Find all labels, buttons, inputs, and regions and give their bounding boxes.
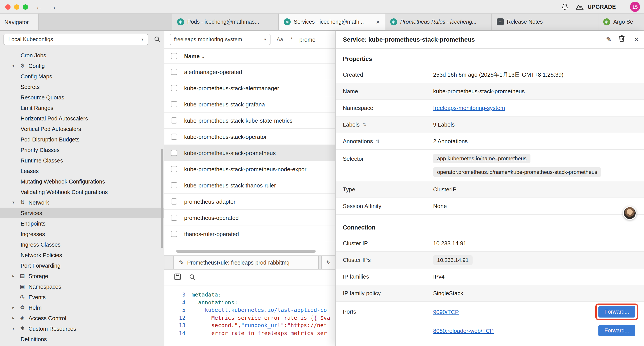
search-icon[interactable] [154,36,160,44]
chevron-right-icon[interactable]: ▸ [10,316,16,320]
window-zoom-button[interactable] [23,4,28,10]
sidebar-item-runtime-classes[interactable]: Runtime Classes [0,155,164,166]
sidebar-item-storage[interactable]: ▸▤Storage [0,271,164,281]
sidebar-item-pod-disruption-budgets[interactable]: Pod Disruption Budgets [0,134,164,145]
name-column-header[interactable]: Name ▴ [184,53,204,59]
table-row[interactable]: kube-prometheus-stack-prometheus-node-ex… [164,161,335,177]
search-field[interactable]: Aa .* prome [274,34,316,45]
sidebar-item-events[interactable]: ◷Events [0,292,164,302]
edit-icon[interactable]: ✎ [606,35,612,43]
tab-prometheus-rules-icecheng[interactable]: ☸Prometheus Rules - icecheng... [385,13,492,30]
search-icon[interactable] [189,274,196,282]
tab-release-notes[interactable]: ≡Release Notes [492,13,598,30]
match-case-toggle[interactable]: Aa [274,35,286,43]
expand-toggle-icon[interactable]: ⇅ [363,122,366,127]
row-checkbox[interactable] [171,150,177,156]
forward-button[interactable]: Forward... [598,306,635,318]
tab-services-icecheng-math[interactable]: ☸Services - icecheng@math...× [279,13,385,30]
sidebar-item-port-forwarding[interactable]: Port Forwarding [0,260,164,271]
trash-icon[interactable] [618,35,625,44]
row-checkbox[interactable] [171,85,177,91]
row-checkbox[interactable] [171,101,177,107]
sidebar-scrollbar[interactable] [161,149,163,248]
row-checkbox[interactable] [171,166,177,172]
sidebar-item-limit-ranges[interactable]: Limit Ranges [0,102,164,113]
navigator-sidebar: Local Kubeconfigs ▾ Cron Jobs▾⚙ConfigCon… [0,31,164,346]
sidebar-item-priority-classes[interactable]: Priority Classes [0,145,164,155]
sidebar-item-ingress-classes[interactable]: Ingress Classes [0,239,164,250]
row-checkbox[interactable] [171,182,177,188]
forward-button[interactable]: Forward... [598,325,635,336]
regex-toggle[interactable]: .* [286,35,295,43]
expand-toggle-icon[interactable]: ⇅ [376,139,380,144]
sidebar-item-endpoints[interactable]: Endpoints [0,218,164,229]
window-minimize-button[interactable] [14,4,19,10]
sidebar-item-services[interactable]: Services [0,208,164,218]
chevron-down-icon[interactable]: ▾ [10,326,16,331]
chevron-right-icon[interactable]: ▸ [10,305,16,310]
bell-icon[interactable] [561,3,568,12]
select-all-checkbox[interactable] [171,53,177,59]
sidebar-item-label: Leases [20,168,39,174]
chevron-down-icon[interactable]: ▾ [10,200,16,205]
notification-badge[interactable]: 15 [630,2,640,12]
sidebar-item-ingresses[interactable]: Ingresses [0,229,164,239]
window-close-button[interactable] [5,4,10,10]
close-icon[interactable]: × [634,35,639,43]
search-input-value[interactable]: prome [299,36,316,43]
sidebar-item-cron-jobs[interactable]: Cron Jobs [0,50,164,60]
sidebar-item-access-control[interactable]: ▸◈Access Control [0,313,164,323]
table-row[interactable]: kube-prometheus-stack-grafana [164,96,335,113]
sidebar-item-secrets[interactable]: Secrets [0,81,164,92]
upgrade-button[interactable]: UPGRADE [576,3,616,10]
sidebar-item-definitions[interactable]: Definitions [0,334,164,344]
tab-pods-icecheng-mathmas[interactable]: ☸Pods - icecheng@mathmas... [172,13,279,30]
port-link-8080-reloader-web[interactable]: 8080:reloader-web/TCP [433,327,494,334]
sidebar-item-custom-resources[interactable]: ▾✱Custom Resources [0,323,164,334]
sidebar-item-leases[interactable]: Leases [0,166,164,176]
row-checkbox[interactable] [171,69,177,75]
horizontal-scrollbar[interactable] [164,250,335,253]
row-checkbox[interactable] [171,198,177,205]
tab-argo-se[interactable]: ☸Argo Se [598,13,644,30]
scrollbar-thumb[interactable] [176,250,316,253]
table-row[interactable]: kube-prometheus-stack-operator [164,129,335,145]
row-checkbox[interactable] [171,215,177,221]
dock-tab-partial[interactable]: ✎ [321,256,335,269]
row-checkbox[interactable] [171,231,177,237]
namespace-link[interactable]: freeleaps-monitoring-system [433,105,505,111]
back-arrow-icon[interactable]: ← [34,1,44,12]
sidebar-item-helm[interactable]: ▸☸Helm [0,302,164,313]
table-row[interactable]: alertmanager-operated [164,64,335,80]
yaml-editor[interactable]: 3metadata:4 annotations:5 kubectl.kubern… [164,286,335,346]
sidebar-item-config-maps[interactable]: Config Maps [0,71,164,81]
namespace-filter-dropdown[interactable]: freeleaps-monitoring-system ▾ [170,34,270,45]
sidebar-item-horizontal-pod-autoscalers[interactable]: Horizontal Pod Autoscalers [0,113,164,123]
table-row[interactable]: kube-prometheus-stack-kube-state-metrics [164,113,335,129]
table-row[interactable]: thanos-ruler-operated [164,226,335,242]
sidebar-item-network[interactable]: ▾⇅Network [0,197,164,208]
chevron-down-icon[interactable]: ▾ [10,63,16,68]
port-link-9090[interactable]: 9090/TCP [433,309,459,315]
close-icon[interactable]: × [374,18,382,26]
sidebar-item-resource-quotas[interactable]: Resource Quotas [0,92,164,102]
table-row[interactable]: kube-prometheus-stack-thanos-ruler [164,177,335,194]
dock-tab-prometheusrule[interactable]: ✎ PrometheusRule: freeleaps-prod-rabbitm… [173,256,319,269]
participant-avatar[interactable] [623,206,636,220]
save-icon[interactable] [174,273,181,282]
sidebar-item-network-policies[interactable]: Network Policies [0,250,164,260]
row-checkbox[interactable] [171,117,177,123]
table-row[interactable]: kube-prometheus-stack-alertmanager [164,80,335,96]
row-checkbox[interactable] [171,134,177,140]
table-row[interactable]: prometheus-adapter [164,194,335,210]
chevron-right-icon[interactable]: ▸ [10,274,16,278]
forward-arrow-icon[interactable]: → [48,1,58,12]
table-row[interactable]: kube-prometheus-stack-prometheus [164,145,335,161]
sidebar-item-vertical-pod-autoscalers[interactable]: Vertical Pod Autoscalers [0,123,164,134]
table-row[interactable]: prometheus-operated [164,210,335,226]
kubeconfig-selector[interactable]: Local Kubeconfigs ▾ [4,34,148,45]
sidebar-item-mutating-webhook-configurations[interactable]: Mutating Webhook Configurations [0,176,164,187]
sidebar-item-namespaces[interactable]: ▣Namespaces [0,281,164,292]
sidebar-item-validating-webhook-configurations[interactable]: Validating Webhook Configurations [0,187,164,197]
sidebar-item-config[interactable]: ▾⚙Config [0,60,164,71]
